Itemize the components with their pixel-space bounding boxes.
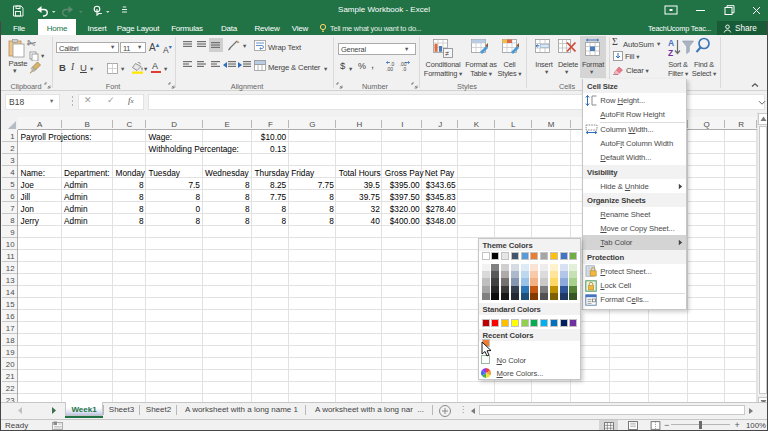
svg-text:A: A [668, 38, 674, 48]
svg-text:Z: Z [668, 48, 673, 58]
svg-text:.00: .00 [386, 66, 393, 72]
svg-text:≠: ≠ [445, 50, 449, 57]
svg-text:.0: .0 [402, 66, 406, 72]
